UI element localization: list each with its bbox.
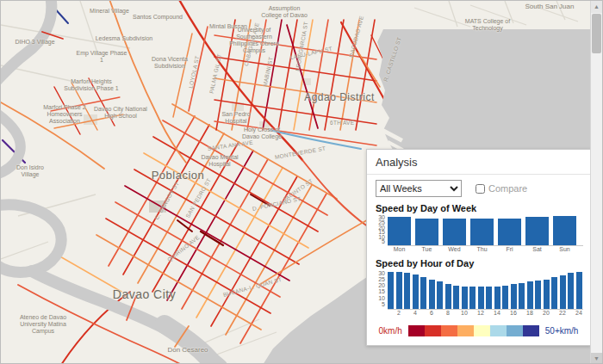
x-tick-label: Sat — [525, 246, 549, 255]
x-tick-label: Thu — [470, 246, 494, 255]
x-tick-label: 16 — [510, 310, 517, 316]
bar[interactable] — [470, 219, 494, 246]
y-tick-label: 25 — [378, 276, 385, 282]
bar[interactable] — [437, 281, 443, 309]
bar[interactable] — [388, 217, 411, 245]
x-tick-label: 2 — [397, 310, 401, 316]
legend-swatch — [507, 325, 523, 336]
bar[interactable] — [498, 219, 521, 246]
bar[interactable] — [443, 219, 466, 246]
weeks-select[interactable]: All Weeks — [376, 180, 462, 197]
y-tick-label: 30 — [378, 269, 385, 275]
bar[interactable] — [469, 287, 476, 309]
panel-controls: All Weeks Compare — [367, 175, 590, 200]
y-tick-label: 10 — [378, 294, 385, 300]
scrollbar-thumb[interactable] — [592, 14, 601, 53]
y-tick-label: 5 — [382, 238, 385, 244]
x-tick-label: Tue — [415, 246, 438, 255]
hour-chart-plot[interactable] — [388, 270, 583, 310]
bar[interactable] — [478, 287, 484, 309]
bar[interactable] — [527, 281, 533, 309]
x-tick-label: Wed — [443, 246, 466, 255]
bar[interactable] — [413, 275, 419, 309]
legend-min-label: 0km/h — [379, 326, 402, 336]
legend-swatch — [425, 325, 441, 336]
bar[interactable] — [525, 217, 549, 245]
y-tick-label: 20 — [378, 282, 385, 288]
day-of-week-chart[interactable]: 30252015105 MonTueWedThuFriSatSun — [376, 215, 583, 255]
y-tick-label: 15 — [378, 288, 385, 294]
x-tick-label: 6 — [430, 310, 433, 316]
bar[interactable] — [453, 286, 459, 309]
hour-chart-x-axis: 24681012141618202224 — [388, 310, 583, 318]
bar[interactable] — [420, 277, 426, 309]
hour-chart-y-axis: 30252015105 — [376, 270, 387, 318]
x-tick-label: 10 — [461, 310, 468, 316]
legend-color-ramp — [408, 325, 539, 336]
speed-legend: 0km/h 50+km/h — [367, 325, 590, 336]
day-chart-title: Speed by Day of Week — [367, 200, 590, 215]
app-window: Mineral VillageSantos CompoundAssumption… — [0, 0, 603, 364]
x-tick-label: 12 — [477, 310, 484, 316]
day-chart-y-axis: 30252015105 — [376, 215, 387, 255]
y-tick-label: 5 — [382, 300, 385, 306]
bar[interactable] — [519, 283, 525, 309]
legend-swatch — [408, 325, 425, 336]
hour-chart-title: Speed by Hour of Day — [367, 255, 590, 270]
analysis-panel: Analysis All Weeks Compare Speed by Day … — [366, 149, 591, 346]
legend-swatch — [523, 325, 539, 336]
hour-of-day-chart[interactable]: 30252015105 24681012141618202224 — [376, 270, 583, 318]
bar[interactable] — [576, 272, 582, 309]
x-tick-label: 20 — [543, 310, 550, 316]
x-tick-label: Fri — [498, 246, 521, 255]
vertical-scrollbar[interactable]: ▲ ▼ — [590, 1, 602, 364]
x-tick-label: 22 — [559, 310, 566, 316]
bar[interactable] — [388, 272, 394, 309]
bar[interactable] — [462, 287, 468, 309]
bar[interactable] — [553, 216, 576, 245]
day-chart-plot[interactable] — [388, 215, 583, 246]
bar[interactable] — [544, 280, 550, 310]
bar[interactable] — [494, 287, 500, 309]
bar[interactable] — [568, 273, 574, 309]
scroll-up-arrow-icon[interactable]: ▲ — [591, 1, 602, 13]
x-tick-label: Sun — [553, 246, 576, 255]
x-tick-label: 4 — [413, 310, 417, 316]
panel-title: Analysis — [367, 150, 590, 175]
compare-label: Compare — [488, 183, 527, 194]
bar[interactable] — [560, 275, 566, 309]
x-tick-label: 24 — [575, 310, 582, 316]
day-chart-x-axis: MonTueWedThuFriSatSun — [388, 246, 583, 255]
bar[interactable] — [396, 272, 402, 309]
x-tick-label: Mon — [388, 246, 411, 255]
compare-control: Compare — [476, 183, 527, 194]
bar[interactable] — [429, 280, 435, 310]
bar[interactable] — [535, 281, 541, 309]
x-tick-label: 14 — [494, 310, 500, 316]
scroll-down-arrow-icon[interactable]: ▼ — [591, 353, 602, 364]
x-tick-label: 18 — [526, 310, 533, 316]
bar[interactable] — [511, 284, 517, 309]
bar[interactable] — [445, 284, 451, 309]
bar[interactable] — [502, 286, 508, 309]
bar[interactable] — [404, 273, 410, 309]
compare-checkbox[interactable] — [476, 184, 485, 194]
x-tick-label: 8 — [446, 310, 450, 316]
bar[interactable] — [551, 277, 557, 309]
legend-swatch — [490, 325, 507, 336]
legend-swatch — [474, 325, 490, 336]
legend-max-label: 50+km/h — [545, 326, 579, 336]
legend-swatch — [457, 325, 474, 336]
bar[interactable] — [486, 287, 492, 309]
bar[interactable] — [415, 219, 438, 246]
legend-swatch — [441, 325, 457, 336]
